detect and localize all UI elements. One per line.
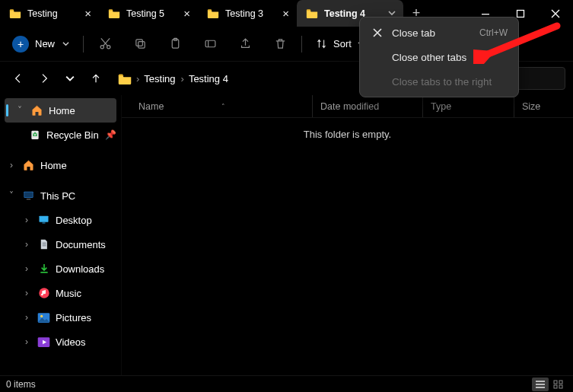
- sidebar-item-this-pc[interactable]: ˅This PC: [0, 183, 121, 208]
- sort-label: Sort: [333, 38, 352, 49]
- svg-point-18: [40, 314, 43, 317]
- breadcrumb-testing[interactable]: Testing ›: [144, 73, 184, 84]
- sidebar-label: Desktop: [56, 215, 92, 226]
- expand-icon[interactable]: ›: [21, 215, 32, 225]
- delete-button[interactable]: [265, 32, 295, 56]
- column-label: Type: [431, 101, 451, 112]
- menu-close-tab[interactable]: Close tab Ctrl+W: [360, 21, 518, 45]
- expand-icon[interactable]: ˅: [6, 190, 17, 201]
- address-bar[interactable]: › Testing › Testing 4: [111, 67, 385, 90]
- svg-rect-8: [205, 40, 215, 47]
- column-label: Date modified: [320, 101, 379, 112]
- expand-icon[interactable]: ›: [6, 160, 17, 171]
- pin-icon[interactable]: 📌: [105, 129, 116, 140]
- chevron-down-icon: [62, 40, 69, 47]
- rename-button[interactable]: [195, 32, 225, 56]
- back-button[interactable]: [8, 68, 29, 89]
- column-name[interactable]: Name ˄: [122, 95, 312, 117]
- sidebar-item-desktop[interactable]: ›Desktop: [0, 208, 121, 232]
- sidebar-label: Home: [40, 160, 67, 171]
- chevron-right-icon: ›: [181, 73, 184, 84]
- expand-icon[interactable]: ›: [21, 239, 32, 250]
- breadcrumb-sep: ›: [136, 73, 139, 84]
- svg-rect-12: [27, 199, 30, 199]
- details-view-button[interactable]: [532, 378, 549, 391]
- svg-rect-14: [43, 222, 46, 223]
- home-icon: [30, 104, 43, 116]
- close-icon[interactable]: ×: [282, 8, 289, 19]
- up-button[interactable]: [85, 68, 107, 89]
- sort-indicator-icon: ˄: [221, 103, 225, 110]
- folder-icon: [118, 73, 132, 84]
- svg-rect-23: [559, 385, 562, 388]
- breadcrumb-testing-4[interactable]: Testing 4: [189, 73, 228, 84]
- svg-rect-5: [135, 40, 142, 46]
- expand-icon[interactable]: ›: [21, 336, 32, 347]
- separator: [301, 36, 302, 53]
- close-icon[interactable]: ×: [183, 8, 190, 19]
- svg-rect-22: [554, 385, 557, 388]
- cut-button[interactable]: [90, 32, 120, 56]
- sidebar-item-pictures[interactable]: ›Pictures: [0, 305, 121, 330]
- close-window-button[interactable]: [538, 0, 573, 27]
- copy-button[interactable]: [125, 32, 155, 56]
- expand-icon[interactable]: ›: [21, 288, 32, 298]
- sidebar-label: Documents: [56, 239, 106, 250]
- tab-testing[interactable]: Testing ×: [0, 0, 99, 27]
- new-button[interactable]: + New: [8, 32, 77, 56]
- folder-icon: [9, 8, 21, 18]
- tab-testing-5[interactable]: Testing 5 ×: [99, 0, 198, 27]
- column-label: Size: [522, 101, 540, 112]
- desktop-icon: [37, 214, 50, 226]
- menu-close-other-tabs[interactable]: Close other tabs: [360, 45, 518, 69]
- selection-indicator: [6, 104, 8, 116]
- share-button[interactable]: [230, 32, 260, 56]
- svg-rect-21: [559, 381, 562, 384]
- column-headers: Name ˄ Date modified Type Size: [122, 95, 573, 118]
- close-icon[interactable]: ×: [84, 8, 91, 19]
- music-icon: [37, 287, 50, 299]
- svg-rect-20: [554, 381, 557, 384]
- paste-button[interactable]: [160, 32, 190, 56]
- empty-label: This folder is empty.: [304, 129, 391, 140]
- menu-label: Close tab: [392, 27, 435, 39]
- new-button-label: New: [35, 38, 55, 49]
- downloads-icon: [37, 263, 50, 275]
- breadcrumb-label: Testing: [144, 73, 175, 84]
- sidebar-label: Downloads: [56, 263, 104, 275]
- icons-view-button[interactable]: [550, 378, 567, 391]
- recent-locations-button[interactable]: [59, 68, 81, 89]
- forward-button[interactable]: [33, 68, 55, 89]
- sidebar-item-documents[interactable]: ›Documents: [0, 232, 121, 257]
- sidebar-label: Home: [49, 105, 75, 116]
- column-type[interactable]: Type: [422, 95, 514, 117]
- breadcrumb-label: Testing 4: [189, 73, 228, 84]
- close-icon: [371, 28, 384, 37]
- sidebar-label: Videos: [56, 336, 86, 348]
- tab-label: Testing 5: [126, 8, 177, 19]
- sidebar-item-videos[interactable]: ›Videos: [0, 330, 121, 354]
- sidebar-item-home[interactable]: ›Home: [0, 153, 121, 177]
- documents-icon: [37, 238, 50, 250]
- sidebar-item-downloads[interactable]: ›Downloads: [0, 257, 121, 281]
- tab-testing-3[interactable]: Testing 3 ×: [198, 0, 297, 27]
- videos-icon: [37, 336, 50, 348]
- folder-icon: [108, 8, 120, 18]
- sidebar-item-home[interactable]: ˅Home: [5, 98, 116, 123]
- folder-icon: [207, 8, 219, 18]
- empty-folder-message: This folder is empty.: [122, 118, 573, 375]
- svg-rect-4: [138, 42, 145, 49]
- expand-icon[interactable]: ›: [21, 263, 32, 274]
- pictures-icon: [37, 311, 50, 323]
- sidebar-item-recycle-bin[interactable]: Recycle Bin📌: [0, 123, 121, 147]
- separator: [83, 36, 84, 53]
- column-date[interactable]: Date modified: [312, 95, 422, 117]
- expand-icon[interactable]: ›: [21, 312, 32, 323]
- status-bar: 0 items: [0, 375, 573, 392]
- sidebar-label: This PC: [40, 190, 75, 202]
- item-count: 0 items: [6, 379, 36, 390]
- sidebar-label: Music: [56, 288, 81, 299]
- expand-icon[interactable]: ˅: [14, 105, 25, 116]
- sidebar-item-music[interactable]: ›Music: [0, 281, 121, 305]
- column-size[interactable]: Size: [514, 95, 573, 117]
